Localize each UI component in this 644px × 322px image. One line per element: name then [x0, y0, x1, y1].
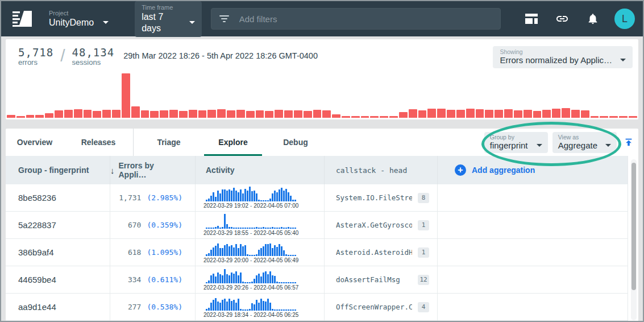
sessions-count: 48,134 [72, 46, 115, 59]
sessions-stat-label: sessions [72, 58, 115, 67]
timeframe-selector[interactable]: Time frame last 7 days [135, 1, 202, 37]
histogram-bar [275, 110, 283, 118]
activity-end: 2022-04-05 07:00 [254, 203, 298, 209]
activity-sparkline [206, 296, 296, 311]
histogram-bar [552, 109, 560, 118]
table-row[interactable]: 5a228837670(0.359%)2022-03-29 18:55-2022… [6, 212, 628, 239]
histogram-bar [600, 116, 608, 118]
activity-range: 2022-03-29 18:34-2022-04-05 06:25 [203, 312, 298, 318]
histogram-bar [389, 116, 398, 118]
histogram-bar [514, 110, 522, 118]
histogram-bar [207, 110, 216, 118]
tab-debug[interactable]: Debug [262, 129, 329, 156]
histogram-bar [562, 108, 570, 118]
histogram-bar [619, 116, 628, 118]
group-by-selector[interactable]: Group by fingerprint [484, 132, 548, 153]
date-range: 29th Mar 2022 18:26 - 5th Apr 2022 18:26… [123, 51, 318, 60]
column-header-activity[interactable]: Activity [195, 156, 324, 184]
fingerprint-cell[interactable]: 5a228837 [6, 212, 110, 238]
callstack-cell: System.IO.FileStream..…8 [324, 184, 437, 211]
chevron-down-icon [103, 21, 109, 24]
tab-overview[interactable]: Overview [6, 129, 64, 156]
link-icon[interactable] [555, 12, 569, 26]
column-header-group[interactable]: Group - fingerprint [6, 156, 110, 184]
histogram-bar [351, 116, 360, 118]
callstack-cell: Asteroid.AsteroidHitBy…1 [324, 239, 437, 266]
activity-cell: 2022-03-29 18:55-2022-04-05 05:40 [195, 212, 324, 238]
scroll-to-top-button[interactable] [624, 137, 634, 147]
add-aggregation-button[interactable]: + Add aggregation [437, 156, 628, 184]
histogram-bar [198, 110, 207, 118]
histogram-bar [179, 111, 188, 118]
project-label: Project [49, 10, 109, 17]
project-selector[interactable]: Project UnityDemo [49, 10, 109, 28]
histogram-bar [141, 110, 149, 118]
activity-end: 2022-04-05 06:57 [254, 284, 298, 291]
errors-cell: 618(1.095%) [110, 239, 195, 266]
vertical-scrollbar[interactable] [631, 159, 637, 320]
column-header-errors-label: Errors by Appli… [119, 161, 183, 179]
column-header-errors[interactable]: ↓ Errors by Appli… [110, 156, 195, 184]
histogram-bar [102, 110, 111, 118]
group-by-value: fingerprint [490, 141, 528, 150]
dashboard-layout-icon[interactable] [525, 12, 538, 26]
scrollbar-thumb[interactable] [631, 163, 636, 290]
histogram-bar [361, 116, 369, 118]
fingerprint-cell[interactable]: aa9d1e44 [6, 294, 110, 320]
histogram-bar [55, 110, 63, 118]
fingerprint-cell[interactable]: 386b9af4 [6, 239, 110, 266]
view-as-selector[interactable]: View as Aggregate [552, 132, 617, 153]
chevron-down-icon [537, 144, 542, 147]
histogram-bar [447, 110, 455, 118]
activity-end: 2022-04-05 06:49 [254, 257, 298, 263]
tab-releases[interactable]: Releases [64, 129, 133, 156]
histogram-bar [437, 109, 446, 118]
chevron-down-icon [605, 144, 611, 147]
histogram-bar [399, 112, 408, 118]
callstack-head: Asteroid.AsteroidHitBy… [336, 248, 412, 257]
tab-triage[interactable]: Triage [134, 129, 204, 156]
callstack-head: OffScreenWrapper.Compe… [336, 303, 412, 311]
errors-percent: (0.359%) [147, 221, 182, 229]
frame-count-badge: 12 [418, 275, 429, 285]
fingerprint-cell[interactable]: 44659be4 [6, 266, 110, 293]
activity-range: 2022-03-29 20:00-2022-04-05 06:49 [203, 257, 298, 263]
table-row[interactable]: 8be582361,731(2.985%)2022-03-29 19:02-20… [6, 184, 628, 212]
filters-bar[interactable] [211, 8, 501, 30]
histogram-bar [476, 109, 484, 118]
activity-end: 2022-04-05 05:40 [254, 230, 298, 236]
histogram-bar [169, 110, 178, 118]
chevron-down-icon [189, 21, 195, 24]
error-histogram[interactable] [6, 72, 638, 118]
timeframe-label: Time frame [142, 4, 195, 11]
sort-desc-icon: ↓ [110, 166, 115, 175]
showing-selector[interactable]: Showing Errors normalized by Applic… [493, 46, 633, 68]
tab-explore[interactable]: Explore [204, 129, 262, 156]
fingerprint-cell[interactable]: 8be58236 [6, 184, 110, 211]
histogram-bar [256, 110, 264, 118]
table-header: Group - fingerprint ↓ Errors by Appli… A… [6, 156, 628, 184]
histogram-bar [26, 115, 35, 118]
activity-end: 2022-04-05 06:25 [254, 312, 298, 318]
histogram-bar [122, 73, 130, 118]
histogram-bar [485, 110, 493, 118]
histogram-bar [64, 110, 73, 118]
notifications-bell-icon[interactable] [586, 12, 600, 26]
backtrace-logo-icon [13, 11, 32, 27]
add-filters-input[interactable] [238, 14, 492, 24]
table-row[interactable]: 386b9af4618(1.095%)2022-03-29 20:00-2022… [6, 239, 628, 266]
column-header-callstack[interactable]: callstack - head [324, 156, 437, 184]
callstack-head: System.IO.FileStream..… [336, 193, 412, 202]
callstack-head: AsteraX.GetGyroscopeDe… [336, 221, 412, 229]
errors-count: 277 [128, 303, 141, 311]
showing-label: Showing [500, 48, 626, 55]
showing-value: Errors normalized by Applic… [500, 55, 612, 65]
table-row[interactable]: 44659be4334(0.611%)2022-03-29 20:26-2022… [6, 266, 628, 294]
group-by-label: Group by [490, 134, 542, 141]
activity-start: 2022-03-29 18:55 [203, 230, 248, 236]
histogram-bar [504, 109, 513, 118]
histogram-bar [629, 116, 637, 118]
table-row[interactable]: aa9d1e44277(0.538%)2022-03-29 18:34-2022… [6, 294, 628, 321]
user-avatar[interactable]: L [614, 9, 635, 29]
activity-range: 2022-03-29 18:55-2022-04-05 05:40 [203, 230, 298, 236]
